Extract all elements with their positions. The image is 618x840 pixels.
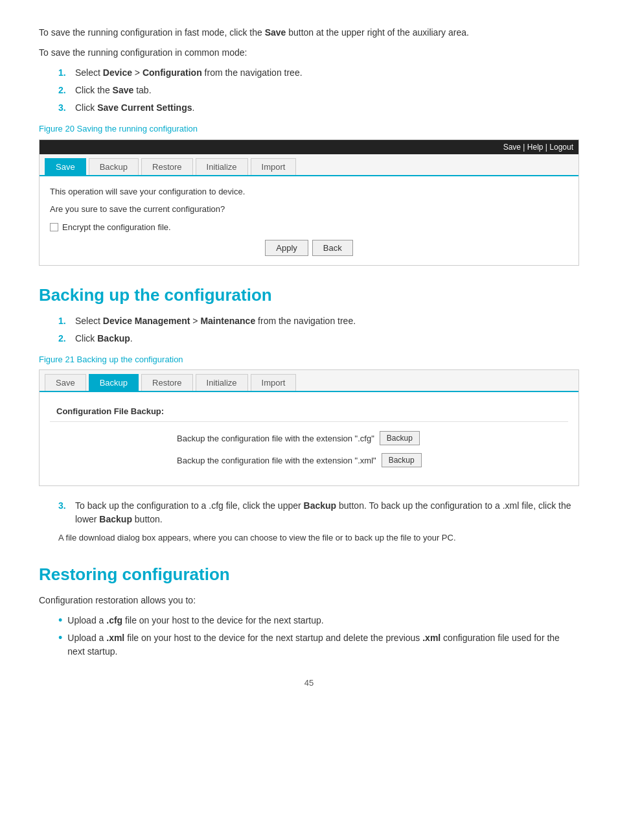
fig21-tab-import[interactable]: Import (251, 374, 297, 391)
page-number: 45 (39, 678, 579, 688)
section-restoring-heading: Restoring configuration (39, 565, 579, 585)
fig21-tab-backup[interactable]: Backup (89, 374, 139, 391)
restoring-intro: Configuration restoration allows you to: (39, 594, 579, 607)
restoring-bullets: • Upload a .cfg file on your host to the… (58, 614, 579, 659)
figure20-caption: Figure 20 Saving the running configurati… (39, 122, 579, 135)
save-step-2: 2. Click the Save tab. (58, 84, 579, 97)
tab-save[interactable]: Save (45, 158, 86, 175)
backing-step3-note: A file download dialog box appears, wher… (58, 531, 579, 545)
config-file-backup-label: Configuration File Backup: (50, 401, 568, 422)
encrypt-checkbox[interactable] (50, 223, 58, 231)
backup-xml-button[interactable]: Backup (382, 453, 422, 467)
backing-steps-list: 1. Select Device Management > Maintenanc… (58, 314, 579, 345)
backup-cfg-button[interactable]: Backup (380, 431, 420, 445)
tab-import[interactable]: Import (251, 158, 297, 175)
tab-initialize[interactable]: Initialize (196, 158, 248, 175)
save-btn-row: Apply Back (50, 240, 568, 256)
backup-rows: Backup the configuration file with the e… (50, 422, 568, 476)
restoring-bullet-2: • Upload a .xml file on your host to the… (58, 631, 579, 659)
fig21-tab-restore[interactable]: Restore (141, 374, 193, 391)
fig21-tab-save[interactable]: Save (45, 374, 86, 391)
fig21-tab-initialize[interactable]: Initialize (196, 374, 248, 391)
figure20-body: This operation will save your configurat… (40, 176, 578, 265)
bullet-icon-2: • (58, 631, 62, 646)
tab-restore[interactable]: Restore (141, 158, 193, 175)
encrypt-checkbox-row: Encrypt the configuration file. (50, 222, 568, 232)
backup-row-cfg: Backup the configuration file with the e… (50, 427, 568, 449)
backup-xml-text: Backup the configuration file with the e… (177, 456, 376, 465)
backing-step-2: 2. Click Backup. (58, 332, 579, 345)
backing-step3-list: 3. To back up the configuration to a .cf… (58, 499, 579, 526)
save-step-1: 1. Select Device > Configuration from th… (58, 66, 579, 80)
bullet-icon-1: • (58, 614, 62, 628)
backing-step-1: 1. Select Device Management > Maintenanc… (58, 314, 579, 328)
apply-button[interactable]: Apply (265, 240, 308, 256)
tab-backup[interactable]: Backup (89, 158, 139, 175)
intro-para1: To save the running configuration in fas… (39, 26, 579, 40)
content-area: To save the running configuration in fas… (39, 26, 579, 688)
save-step-3: 3. Click Save Current Settings. (58, 101, 579, 115)
backing-step-3: 3. To back up the configuration to a .cf… (58, 499, 579, 526)
figure21-panel: Save Backup Restore Initialize Import Co… (39, 369, 579, 486)
intro-bold-save: Save (265, 27, 286, 38)
figure20-tabs: Save Backup Restore Initialize Import (40, 154, 578, 176)
section-backing-heading: Backing up the configuration (39, 285, 579, 305)
figure21-tabs: Save Backup Restore Initialize Import (40, 370, 578, 392)
intro-para2: To save the running configuration in com… (39, 46, 579, 60)
figure20-header: Save | Help | Logout (40, 140, 578, 154)
save-confirm-text: Are you sure to save the current configu… (50, 203, 568, 216)
figure21-caption: Figure 21 Backing up the configuration (39, 353, 579, 366)
back-button[interactable]: Back (312, 240, 353, 256)
backup-cfg-text: Backup the configuration file with the e… (177, 434, 374, 443)
figure20-panel: Save | Help | Logout Save Backup Restore… (39, 139, 579, 266)
backup-row-xml: Backup the configuration file with the e… (50, 449, 568, 471)
save-steps-list: 1. Select Device > Configuration from th… (58, 66, 579, 115)
figure21-body: Configuration File Backup: Backup the co… (40, 392, 578, 485)
encrypt-label: Encrypt the configuration file. (62, 222, 171, 232)
restoring-bullet-1: • Upload a .cfg file on your host to the… (58, 614, 579, 628)
header-links[interactable]: Save | Help | Logout (503, 143, 573, 152)
save-operation-text: This operation will save your configurat… (50, 185, 568, 198)
